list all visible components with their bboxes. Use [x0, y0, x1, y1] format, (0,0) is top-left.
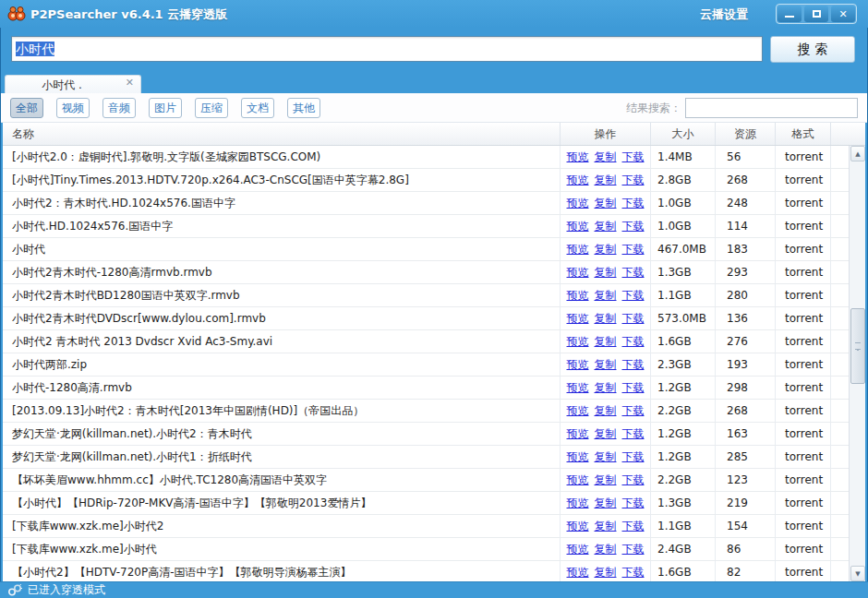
table-row[interactable]: [下载库www.xzk.me]小时代2 预览 复制 下载 1.1GB 154 t… [3, 515, 865, 538]
download-link[interactable]: 下载 [622, 357, 645, 373]
download-link[interactable]: 下载 [622, 380, 645, 396]
copy-link[interactable]: 复制 [595, 496, 617, 511]
download-link[interactable]: 下载 [622, 403, 645, 419]
table-row[interactable]: 小时代2青木时代BD1280国语中英双字.rmvb 预览 复制 下载 1.1GB… [3, 284, 865, 307]
preview-link[interactable]: 预览 [567, 357, 589, 373]
preview-link[interactable]: 预览 [567, 426, 589, 442]
scrollbar-thumb[interactable] [850, 308, 865, 384]
filter-video-button[interactable]: 视频 [56, 98, 90, 118]
copy-link[interactable]: 复制 [595, 380, 617, 396]
copy-link[interactable]: 复制 [595, 334, 617, 350]
copy-link[interactable]: 复制 [595, 449, 617, 465]
result-tab[interactable]: 小时代 . ✕ [5, 75, 141, 93]
download-link[interactable]: 下载 [622, 219, 645, 234]
filter-all-button[interactable]: 全部 [10, 98, 43, 118]
filter-other-button[interactable]: 其他 [287, 98, 320, 118]
preview-link[interactable]: 预览 [567, 173, 589, 188]
download-link[interactable]: 下载 [622, 265, 645, 281]
column-header-actions[interactable]: 操作 [561, 123, 651, 145]
preview-link[interactable]: 预览 [567, 150, 589, 165]
download-link[interactable]: 下载 [622, 496, 645, 511]
download-link[interactable]: 下载 [622, 150, 645, 165]
download-link[interactable]: 下载 [622, 311, 645, 327]
copy-link[interactable]: 复制 [595, 357, 617, 373]
vertical-scrollbar[interactable]: ▲ ▼ [849, 146, 865, 581]
table-row[interactable]: 【小时代2】【HDTV-720P高清-国语中字】【郭敬明导演杨幂主演】 预览 复… [3, 561, 865, 581]
preview-link[interactable]: 预览 [567, 196, 589, 211]
preview-link[interactable]: 预览 [567, 334, 589, 350]
column-header-format[interactable]: 格式 [776, 123, 831, 145]
copy-link[interactable]: 复制 [595, 472, 617, 488]
download-link[interactable]: 下载 [622, 542, 645, 557]
table-row[interactable]: 小时代2：青木时代.HD.1024x576.国语中字 预览 复制 下载 1.0G… [3, 192, 865, 215]
copy-link[interactable]: 复制 [595, 311, 617, 327]
table-row[interactable]: 小时代2青木时代DVDscr[www.dylou.com].rmvb 预览 复制… [3, 307, 865, 330]
table-row[interactable]: [小时代]Tiny.Times.2013.HDTV.720p.x264.AC3-… [3, 169, 865, 192]
search-input[interactable]: 小时代 [11, 36, 763, 62]
tab-close-icon[interactable]: ✕ [126, 77, 134, 89]
table-row[interactable]: [小时代2.0：虚铜时代].郭敬明.文字版(圣城家园BTSCG.COM) 预览 … [3, 146, 865, 169]
preview-link[interactable]: 预览 [567, 242, 589, 257]
copy-link[interactable]: 复制 [595, 196, 617, 211]
table-row[interactable]: [2013.09.13]小时代2：青木时代[2013年中国剧情(HD)]（帝国出… [3, 400, 865, 423]
table-row[interactable]: 【坏坏美眉www.hhmm.cc】小时代.TC1280高清国语中英双字 预览 复… [3, 469, 865, 492]
download-link[interactable]: 下载 [622, 288, 645, 304]
preview-link[interactable]: 预览 [567, 496, 589, 511]
copy-link[interactable]: 复制 [595, 265, 617, 281]
copy-link[interactable]: 复制 [595, 519, 617, 534]
table-row[interactable]: 小时代 预览 复制 下载 467.0MB 183 torrent [3, 238, 865, 261]
download-link[interactable]: 下载 [622, 472, 645, 488]
table-row[interactable]: 梦幻天堂·龙网(killman.net).小时代2：青木时代 预览 复制 下载 … [3, 423, 865, 446]
minimize-button[interactable] [778, 6, 802, 22]
copy-link[interactable]: 复制 [595, 288, 617, 304]
scroll-up-button[interactable]: ▲ [850, 146, 865, 161]
table-row[interactable]: 小时代2 青木时代 2013 Dvdscr Xvid Ac3-Smy.avi 预… [3, 330, 865, 353]
download-link[interactable]: 下载 [622, 242, 645, 257]
preview-link[interactable]: 预览 [567, 219, 589, 234]
copy-link[interactable]: 复制 [595, 403, 617, 419]
copy-link[interactable]: 复制 [595, 150, 617, 165]
column-header-size[interactable]: 大小 [651, 123, 716, 145]
table-row[interactable]: 小时代.HD.1024x576.国语中字 预览 复制 下载 1.0GB 114 … [3, 215, 865, 238]
copy-link[interactable]: 复制 [595, 542, 617, 557]
copy-link[interactable]: 复制 [595, 565, 617, 580]
column-header-name[interactable]: 名称 [3, 123, 561, 145]
download-link[interactable]: 下载 [622, 173, 645, 188]
preview-link[interactable]: 预览 [567, 565, 589, 580]
download-link[interactable]: 下载 [622, 334, 645, 350]
preview-link[interactable]: 预览 [567, 380, 589, 396]
column-header-resources[interactable]: 资源 [716, 123, 776, 145]
table-row[interactable]: [下载库www.xzk.me]小时代 预览 复制 下载 2.4GB 86 tor… [3, 538, 865, 561]
copy-link[interactable]: 复制 [595, 219, 617, 234]
table-row[interactable]: 小时代两部.zip 预览 复制 下载 2.3GB 193 torrent [3, 353, 865, 377]
close-button[interactable]: ✕ [831, 6, 855, 22]
filter-archive-button[interactable]: 压缩 [195, 98, 228, 118]
preview-link[interactable]: 预览 [567, 403, 589, 419]
filter-document-button[interactable]: 文档 [241, 98, 274, 118]
search-button[interactable]: 搜 索 [770, 36, 855, 63]
table-row[interactable]: 小时代-1280高清.rmvb 预览 复制 下载 1.2GB 298 torre… [3, 377, 865, 400]
filter-audio-button[interactable]: 音频 [102, 98, 136, 118]
download-link[interactable]: 下载 [622, 565, 645, 580]
copy-link[interactable]: 复制 [595, 173, 617, 188]
download-link[interactable]: 下载 [622, 196, 645, 211]
preview-link[interactable]: 预览 [567, 472, 589, 488]
copy-link[interactable]: 复制 [595, 426, 617, 442]
table-row[interactable]: 小时代2青木时代-1280高清rmvb.rmvb 预览 复制 下载 1.3GB … [3, 261, 865, 284]
result-search-input[interactable] [685, 98, 858, 118]
preview-link[interactable]: 预览 [567, 542, 589, 557]
table-row[interactable]: 【小时代】【HDRip-720P-MKV高清-国语中字】【郭敬明2013爱情片】… [3, 492, 865, 515]
filter-image-button[interactable]: 图片 [149, 98, 182, 118]
download-link[interactable]: 下载 [622, 519, 645, 534]
download-link[interactable]: 下载 [622, 449, 645, 465]
preview-link[interactable]: 预览 [567, 311, 589, 327]
table-row[interactable]: 梦幻天堂·龙网(killman.net).小时代1：折纸时代 预览 复制 下载 … [3, 446, 865, 469]
preview-link[interactable]: 预览 [567, 519, 589, 534]
copy-link[interactable]: 复制 [595, 242, 617, 257]
maximize-button[interactable] [804, 6, 828, 22]
preview-link[interactable]: 预览 [567, 288, 589, 304]
preview-link[interactable]: 预览 [567, 265, 589, 281]
scroll-down-button[interactable]: ▼ [850, 566, 865, 581]
cloud-play-settings-button[interactable]: 云播设置 [700, 6, 748, 23]
preview-link[interactable]: 预览 [567, 449, 589, 465]
